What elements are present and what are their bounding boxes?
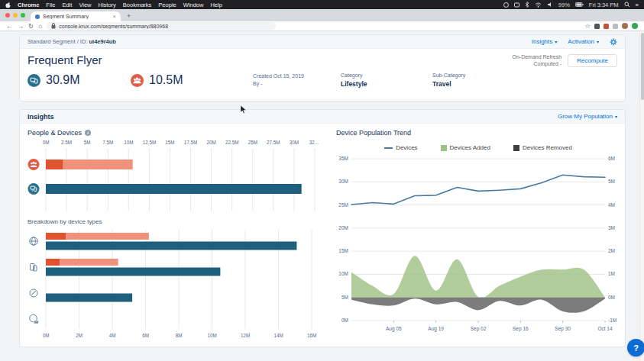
svg-text:22.5M: 22.5M [225, 140, 239, 145]
menu-help[interactable]: Help [210, 2, 222, 8]
svg-text:35M: 35M [338, 156, 348, 161]
svg-text:3M: 3M [608, 225, 615, 230]
wifi-icon[interactable] [535, 2, 542, 8]
svg-text:20M: 20M [206, 140, 215, 145]
grow-my-population-button[interactable]: Grow My Population ▾ [558, 113, 617, 120]
gear-icon[interactable] [610, 38, 617, 46]
status-display-icon[interactable] [514, 2, 519, 8]
svg-text:Oct 14: Oct 14 [597, 326, 613, 331]
battery-icon[interactable] [575, 2, 584, 7]
chevron-down-icon: ▾ [615, 114, 617, 119]
category-value: Lifestyle [341, 79, 432, 89]
svg-text:5M: 5M [341, 295, 348, 300]
svg-text:Sep 16: Sep 16 [513, 326, 529, 332]
volume-icon[interactable] [547, 2, 553, 8]
people-icon [131, 74, 144, 87]
segment-header-card: Standard Segment / ID: ui4e9r4ub Insight… [19, 34, 626, 102]
tab-title: Segment Summary [43, 14, 89, 19]
bookmark-star-icon[interactable]: ☆ [584, 23, 591, 30]
browser-tab[interactable]: Segment Summary × [31, 11, 121, 21]
category-label: Category [341, 72, 432, 79]
extension-icon[interactable] [604, 24, 609, 29]
svg-text:1M: 1M [608, 271, 615, 276]
svg-text:30M: 30M [338, 179, 348, 184]
address-bar[interactable]: console.krux.com/segments/summary/880968 [47, 22, 276, 30]
back-icon[interactable]: ← [6, 23, 13, 30]
svg-text:6M: 6M [142, 333, 149, 338]
menu-file[interactable]: File [46, 2, 55, 8]
breadcrumb-label: Standard Segment / ID: [28, 38, 87, 45]
extension-icon[interactable] [594, 24, 600, 29]
created-label: Created Oct 15, 2019 [253, 73, 341, 80]
extension-icon[interactable] [613, 24, 618, 29]
menu-window[interactable]: Window [183, 2, 204, 8]
notification-center-icon[interactable]: ≡ [636, 2, 639, 8]
battery-percentage: 99% [558, 2, 570, 8]
area-swatch-icon [441, 145, 447, 151]
svg-text:Aug 05: Aug 05 [386, 326, 402, 332]
tab-close-icon[interactable]: × [113, 13, 116, 20]
app-icon [30, 289, 37, 297]
legend-devices-added[interactable]: Devices Added [441, 144, 490, 151]
category-meta: Category Lifestyle [341, 72, 432, 89]
svg-text:4M: 4M [109, 333, 116, 338]
reload-icon[interactable]: ↻ [28, 23, 34, 30]
menubar-app-name[interactable]: Chrome [18, 2, 39, 8]
created-by: By - [253, 80, 341, 88]
page-scrollbar[interactable] [639, 31, 644, 361]
tab-favicon [35, 15, 40, 19]
segment-id: ui4e9r4ub [89, 38, 115, 45]
browser-tabstrip: Segment Summary × + [0, 9, 644, 21]
menubar-clock[interactable]: Fri 3:34 PM [589, 2, 619, 8]
scrollbar-thumb[interactable] [641, 33, 644, 100]
devices-count: 30.9M [46, 73, 79, 87]
svg-text:5M: 5M [84, 140, 91, 145]
area-swatch-icon [513, 145, 519, 151]
zoom-window-button[interactable] [21, 13, 25, 18]
info-icon[interactable]: i [85, 130, 91, 136]
bluetooth-icon[interactable] [525, 2, 529, 8]
home-icon[interactable]: ⌂ [38, 23, 42, 30]
svg-text:12M: 12M [241, 333, 250, 338]
svg-text:0M: 0M [341, 317, 348, 323]
subcategory-value: Travel [432, 79, 465, 89]
svg-text:25M: 25M [248, 140, 257, 145]
apple-logo-icon[interactable] [5, 2, 11, 8]
mobile-icon [31, 264, 37, 272]
svg-text:10M: 10M [207, 333, 216, 338]
status-app-icon[interactable] [503, 2, 509, 8]
segment-breadcrumb-bar: Standard Segment / ID: ui4e9r4ub Insight… [20, 35, 625, 49]
recompute-button[interactable]: Recompute [568, 54, 617, 67]
insights-menu-button[interactable]: Insights ▾ [532, 38, 558, 45]
minimize-window-button[interactable] [13, 13, 18, 18]
trend-title: Device Population Trend [336, 129, 625, 137]
legend-devices[interactable]: Devices [384, 144, 417, 151]
svg-text:2.5M: 2.5M [61, 140, 72, 145]
browser-urlbar: ← → ↻ ⌂ console.krux.com/segments/summar… [0, 21, 644, 31]
menu-people[interactable]: People [158, 2, 176, 8]
svg-text:20M: 20M [338, 225, 348, 230]
menu-history[interactable]: History [99, 2, 116, 8]
insights-header-bar: Insights Grow My Population ▾ [20, 110, 625, 124]
people-stat: 10.5M [131, 73, 253, 87]
forward-icon[interactable]: → [18, 23, 24, 30]
svg-text:4M: 4M [608, 202, 615, 208]
new-tab-button[interactable]: + [127, 12, 131, 21]
legend-devices-removed[interactable]: Devices Removed [513, 144, 572, 151]
svg-text:27.5M: 27.5M [267, 140, 280, 145]
trend-pane: Device Population Trend Devices Devices … [325, 124, 628, 340]
svg-text:15M: 15M [338, 248, 348, 253]
profile-avatar[interactable] [622, 23, 628, 29]
spotlight-icon[interactable] [624, 2, 630, 8]
chrome-update-icon[interactable] [632, 23, 638, 29]
svg-text:30M: 30M [290, 140, 299, 145]
menu-bookmarks[interactable]: Bookmarks [123, 2, 152, 8]
help-button[interactable]: ? [627, 339, 644, 356]
menu-view[interactable]: View [79, 2, 91, 8]
svg-text:2M: 2M [608, 248, 615, 253]
close-window-button[interactable] [5, 13, 10, 18]
line-swatch-icon [384, 147, 393, 149]
activation-menu-button[interactable]: Activation ▾ [568, 38, 599, 45]
menu-edit[interactable]: Edit [62, 2, 72, 8]
svg-text:14M: 14M [273, 333, 283, 338]
